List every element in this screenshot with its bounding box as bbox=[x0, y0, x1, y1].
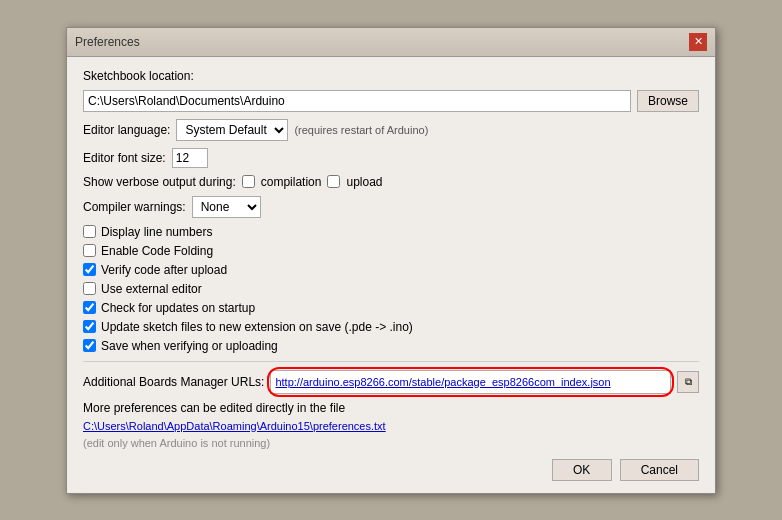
verbose-label: Show verbose output during: bbox=[83, 175, 236, 189]
editor-language-row: Editor language: System Default (require… bbox=[83, 119, 699, 141]
update-sketch-checkbox[interactable] bbox=[83, 320, 96, 333]
checkbox-row-check-updates: Check for updates on startup bbox=[83, 301, 699, 315]
external-editor-checkbox[interactable] bbox=[83, 282, 96, 295]
dialog-title: Preferences bbox=[75, 35, 140, 49]
cancel-button[interactable]: Cancel bbox=[620, 459, 699, 481]
editor-language-hint: (requires restart of Arduino) bbox=[294, 124, 428, 136]
checkbox-row-update-sketch: Update sketch files to new extension on … bbox=[83, 320, 699, 334]
boards-url-label: Additional Boards Manager URLs: bbox=[83, 375, 264, 389]
checkbox-row-display-line: Display line numbers bbox=[83, 225, 699, 239]
button-row: OK Cancel bbox=[83, 459, 699, 481]
update-sketch-label: Update sketch files to new extension on … bbox=[101, 320, 413, 334]
editor-font-size-row: Editor font size: bbox=[83, 148, 699, 168]
close-button[interactable]: ✕ bbox=[689, 33, 707, 51]
verify-upload-checkbox[interactable] bbox=[83, 263, 96, 276]
ok-button[interactable]: OK bbox=[552, 459, 612, 481]
check-updates-checkbox[interactable] bbox=[83, 301, 96, 314]
preferences-dialog: Preferences ✕ Sketchbook location: Brows… bbox=[66, 27, 716, 494]
upload-label: upload bbox=[346, 175, 382, 189]
divider bbox=[83, 361, 699, 362]
prefs-note: (edit only when Arduino is not running) bbox=[83, 437, 699, 449]
external-editor-label: Use external editor bbox=[101, 282, 202, 296]
more-prefs-path-row: C:\Users\Roland\AppData\Roaming\Arduino1… bbox=[83, 419, 699, 433]
more-prefs-label: More preferences can be edited directly … bbox=[83, 401, 345, 415]
checkbox-row-save-verify: Save when verifying or uploading bbox=[83, 339, 699, 353]
checkbox-row-code-folding: Enable Code Folding bbox=[83, 244, 699, 258]
checkboxes-container: Display line numbersEnable Code FoldingV… bbox=[83, 225, 699, 353]
prefs-file-link[interactable]: C:\Users\Roland\AppData\Roaming\Arduino1… bbox=[83, 420, 386, 432]
checkbox-row-verify-upload: Verify code after upload bbox=[83, 263, 699, 277]
editor-font-size-label: Editor font size: bbox=[83, 151, 166, 165]
sketchbook-path-input[interactable] bbox=[83, 90, 631, 112]
compiler-warnings-row: Compiler warnings: None Default More All bbox=[83, 196, 699, 218]
compiler-warnings-select[interactable]: None Default More All bbox=[192, 196, 261, 218]
boards-url-wrapper bbox=[270, 370, 671, 394]
verbose-row: Show verbose output during: compilation … bbox=[83, 175, 699, 189]
upload-checkbox[interactable] bbox=[327, 175, 340, 188]
compiler-warnings-label: Compiler warnings: bbox=[83, 200, 186, 214]
editor-language-label: Editor language: bbox=[83, 123, 170, 137]
boards-url-input[interactable] bbox=[271, 371, 670, 393]
verify-upload-label: Verify code after upload bbox=[101, 263, 227, 277]
editor-language-select[interactable]: System Default bbox=[176, 119, 288, 141]
sketchbook-label: Sketchbook location: bbox=[83, 69, 194, 83]
save-verify-checkbox[interactable] bbox=[83, 339, 96, 352]
title-bar: Preferences ✕ bbox=[67, 28, 715, 57]
boards-url-row: Additional Boards Manager URLs: ⧉ bbox=[83, 370, 699, 394]
code-folding-label: Enable Code Folding bbox=[101, 244, 213, 258]
sketchbook-label-row: Sketchbook location: bbox=[83, 69, 699, 83]
checkbox-row-external-editor: Use external editor bbox=[83, 282, 699, 296]
compilation-label: compilation bbox=[261, 175, 322, 189]
display-line-checkbox[interactable] bbox=[83, 225, 96, 238]
browse-button[interactable]: Browse bbox=[637, 90, 699, 112]
check-updates-label: Check for updates on startup bbox=[101, 301, 255, 315]
compilation-checkbox[interactable] bbox=[242, 175, 255, 188]
save-verify-label: Save when verifying or uploading bbox=[101, 339, 278, 353]
dialog-body: Sketchbook location: Browse Editor langu… bbox=[67, 57, 715, 493]
copy-url-button[interactable]: ⧉ bbox=[677, 371, 699, 393]
more-prefs-text: More preferences can be edited directly … bbox=[83, 401, 699, 415]
sketchbook-row: Browse bbox=[83, 90, 699, 112]
display-line-label: Display line numbers bbox=[101, 225, 212, 239]
editor-font-size-input[interactable] bbox=[172, 148, 208, 168]
code-folding-checkbox[interactable] bbox=[83, 244, 96, 257]
